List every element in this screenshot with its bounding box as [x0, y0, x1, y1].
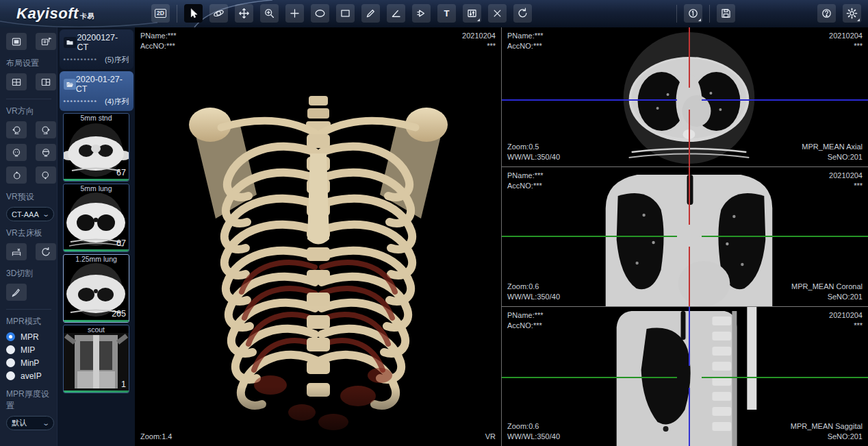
study-item-2020-01-27[interactable]: 2020-01-27-CT ********** (4)序列 — [60, 71, 133, 111]
mpr-thickness-dropdown[interactable]: 默认 ⌄ — [6, 416, 54, 430]
tool-arrow-annotation[interactable] — [412, 4, 431, 23]
patient-overlay: PName:***AccNO:*** — [507, 31, 544, 51]
tool-angle-measure[interactable] — [387, 4, 405, 23]
crosshair-h-line[interactable] — [702, 99, 868, 101]
radio-icon — [6, 358, 15, 367]
study-item-20200127[interactable]: 20200127-CT ********** (5)序列 — [60, 29, 133, 69]
reset-icon — [516, 7, 529, 20]
tool-delete[interactable] — [488, 4, 507, 23]
grid-2x2-icon — [10, 76, 23, 88]
crosshair-v-line[interactable] — [689, 27, 690, 88]
dropdown-corner-indicator — [857, 18, 860, 21]
zoom-window-overlay: Zoom:0.6WW/WL:350/40 — [507, 421, 560, 442]
thumbnail-1-25mm-lung[interactable]: 1.25mm lung 265 — [63, 254, 129, 323]
vr-reset-button[interactable] — [36, 243, 56, 260]
angle-icon — [390, 7, 403, 20]
vr-direction-label: VR方向 — [6, 106, 57, 117]
crosshair-v-line[interactable] — [689, 388, 690, 446]
tool-2d-mode[interactable]: 2D — [151, 4, 170, 23]
head-left-icon — [10, 124, 23, 136]
series-count: (5)序列 — [105, 55, 129, 65]
vr-direction-left-button[interactable] — [6, 121, 27, 138]
folder-open-icon — [64, 79, 76, 90]
tool-rect-roi[interactable] — [336, 4, 355, 23]
knife-icon — [10, 286, 23, 299]
tool-cursor[interactable] — [184, 4, 203, 23]
vr-direction-front-button[interactable] — [6, 144, 27, 161]
load-progress-bar — [64, 391, 129, 393]
head-bottom-icon — [40, 169, 52, 182]
layout-split-button[interactable] — [36, 73, 56, 90]
layout-browser-button[interactable] — [6, 33, 27, 50]
tool-info[interactable] — [684, 4, 702, 23]
tool-measure-line[interactable] — [361, 4, 380, 23]
crosshair-h-line[interactable] — [502, 377, 677, 378]
crosshair-v-line[interactable] — [689, 247, 690, 306]
layout-report-button[interactable] — [36, 33, 56, 50]
crosshair-h-line[interactable] — [702, 236, 868, 237]
vr-direction-top-button[interactable] — [6, 166, 27, 184]
load-progress-bar — [64, 320, 129, 322]
tools-sidebar: 布局设置 VR方向 — [0, 27, 57, 446]
tool-window-level[interactable] — [463, 4, 481, 23]
reset-icon — [40, 246, 52, 258]
tool-text-annotation[interactable]: T — [437, 4, 456, 23]
tool-crosshair[interactable] — [285, 4, 304, 23]
mpr-coronal-viewport[interactable]: PName:***AccNO:*** 20210204*** Zoom:0.6W… — [502, 166, 868, 306]
tool-2d-mode-glyph: 2D — [155, 9, 166, 18]
mpr-thickness-label: MPR厚度设置 — [6, 388, 57, 412]
vr-preset-dropdown[interactable]: CT-AAA ⌄ — [6, 207, 54, 221]
rect-icon — [339, 7, 352, 20]
view-label-overlay: MPR_MEAN CoronalSeNO:201 — [791, 282, 863, 302]
tool-reset[interactable] — [513, 4, 532, 23]
radio-selected-icon — [6, 332, 15, 341]
mpr-mode-option-mip[interactable]: MIP — [6, 343, 57, 356]
bed-remove-icon — [10, 246, 23, 258]
cut-3d-knife-button[interactable] — [6, 284, 27, 301]
mpr-thickness-value: 默认 — [12, 418, 27, 428]
study-overlay: 20210204*** — [829, 310, 863, 331]
help-circle-icon — [820, 7, 833, 20]
crosshair-h-line[interactable] — [502, 236, 677, 237]
patient-id-masked: ********** — [64, 57, 98, 64]
crosshair-v-line[interactable] — [689, 307, 690, 366]
crosshair-v-line[interactable] — [689, 110, 690, 166]
study-overlay: 20210204*** — [829, 31, 863, 51]
vr-zoom-overlay: Zoom:1.4 — [140, 432, 172, 442]
layout-section-label: 布局设置 — [6, 58, 57, 69]
crosshair-v-line[interactable] — [689, 167, 690, 225]
zoom-window-overlay: Zoom:0.5WW/WL:350/40 — [507, 142, 560, 162]
flag-icon — [415, 7, 428, 20]
plus-icon — [288, 7, 301, 20]
crosshair-h-line[interactable] — [702, 377, 868, 378]
thumbnail-scout[interactable]: scout 1 — [63, 325, 129, 393]
tool-help[interactable] — [817, 4, 836, 23]
vr-direction-bottom-button[interactable] — [36, 166, 56, 184]
tool-pan[interactable] — [235, 4, 253, 23]
tool-settings[interactable] — [843, 4, 861, 23]
vr-direction-grid — [6, 121, 57, 184]
vr-direction-back-button[interactable] — [36, 144, 56, 161]
mpr-mode-option-mpr[interactable]: MPR — [6, 330, 57, 343]
vr-direction-right-button[interactable] — [36, 121, 56, 138]
load-progress-bar — [64, 249, 129, 251]
mpr-mode-label: MPR模式 — [6, 316, 57, 327]
thumbnail-5mm-lung[interactable]: 5mm lung 67 — [63, 184, 129, 252]
vr-3d-viewport[interactable]: PName:***AccNO:*** 20210204*** Zoom:1.4 … — [135, 27, 501, 446]
mpr-sagittal-viewport[interactable]: PName:***AccNO:*** 20210204*** Zoom:0.6W… — [502, 306, 868, 446]
tool-ellipse-roi[interactable] — [311, 4, 329, 23]
remove-bed-button[interactable] — [6, 243, 27, 260]
mpr-axial-viewport[interactable]: PName:***AccNO:*** 20210204*** Zoom:0.5W… — [502, 27, 868, 166]
tool-rotate-3d[interactable] — [209, 4, 228, 23]
magnifier-icon — [263, 7, 276, 20]
tool-zoom[interactable] — [260, 4, 279, 23]
layout-grid-2x2-button[interactable] — [6, 73, 27, 90]
tool-save[interactable] — [717, 4, 735, 23]
load-progress-bar — [64, 179, 129, 181]
mpr-mode-option-aveip[interactable]: aveIP — [6, 369, 57, 382]
mpr-mode-option-minp[interactable]: MinP — [6, 356, 57, 369]
crosshair-h-line[interactable] — [502, 99, 677, 101]
toolbar-separator — [709, 5, 710, 23]
thumbnail-5mm-stnd[interactable]: 5mm stnd 67 — [63, 113, 129, 182]
medical-imaging-workstation: Kayisoft卡易 2DT 布局设置 VR方向 — [0, 0, 868, 446]
